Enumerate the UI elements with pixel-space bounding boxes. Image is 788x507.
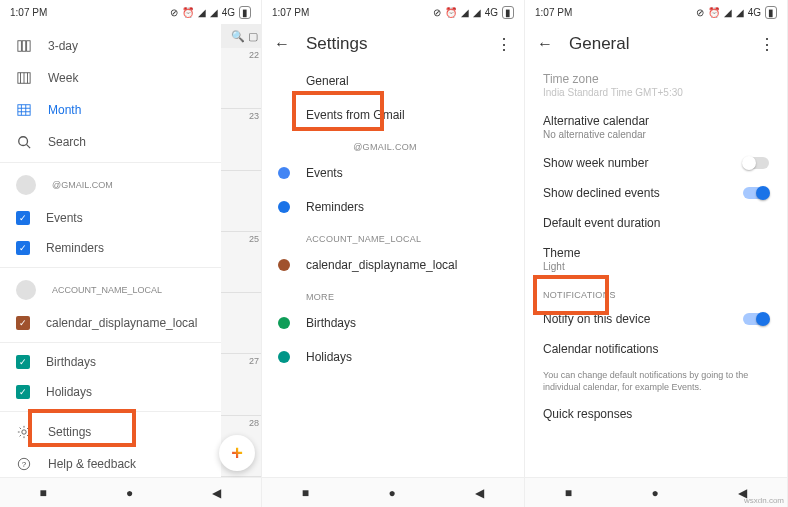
nav-back[interactable]: ◀ [475,486,484,500]
events-toggle[interactable]: ✓ Events [0,203,221,233]
nav-recent[interactable]: ■ [302,486,309,500]
settings-events-gmail[interactable]: Events from Gmail [262,98,524,132]
view-month-label: Month [48,103,81,117]
settings-general[interactable]: General [262,64,524,98]
section-local-header: ACCOUNT_NAME_LOCAL [262,224,524,248]
nav-home[interactable]: ● [652,486,659,500]
watermark: wsxdn.com [744,496,784,505]
settings-events[interactable]: Events [262,156,524,190]
cal-day[interactable] [221,171,261,232]
birthdays-label: Birthdays [306,316,356,330]
svg-rect-0 [18,41,22,52]
alarm-icon: ⏰ [445,7,457,18]
alarm-icon: ⏰ [708,7,720,18]
duration-label: Default event duration [543,216,769,230]
section-notifications: NOTIFICATIONS [525,280,787,304]
setting-week-number[interactable]: Show week number [525,148,787,178]
nav-home[interactable]: ● [126,486,133,500]
overflow-menu[interactable]: ⋮ [496,35,512,54]
calendar-strip: 🔍 ▢ 22 23 25 27 28 [221,24,261,477]
checkbox-icon: ✓ [16,355,30,369]
svg-point-12 [19,137,28,146]
nav-back[interactable]: ◀ [212,486,221,500]
dot-icon [278,201,290,213]
signal-icon: ◢ [724,7,732,18]
birthdays-toggle[interactable]: ✓ Birthdays [0,347,221,377]
altcal-value: No alternative calendar [543,129,769,140]
checkbox-icon: ✓ [16,211,30,225]
overflow-menu[interactable]: ⋮ [759,35,775,54]
nav-home[interactable]: ● [389,486,396,500]
setting-declined-events[interactable]: Show declined events [525,178,787,208]
setting-cal-notifications[interactable]: Calendar notifications [525,334,787,364]
toggle-off[interactable] [743,157,769,169]
avatar-icon [16,175,36,195]
holidays-toggle[interactable]: ✓ Holidays [0,377,221,407]
toggle-on[interactable] [743,313,769,325]
cal-local-toggle[interactable]: ✓ calendar_displayname_local [0,308,221,338]
cal-day[interactable] [221,293,261,354]
setting-quick-responses[interactable]: Quick responses [525,399,787,429]
setting-notify-device[interactable]: Notify on this device [525,304,787,334]
status-bar: 1:07 PM ⊘ ⏰ ◢ ◢ 4G ▮ [0,0,261,24]
signal-icon: ◢ [461,7,469,18]
search-mini-icon[interactable]: 🔍 [231,30,245,43]
help-row[interactable]: ? Help & feedback [0,448,221,477]
battery-icon: ▮ [765,6,777,19]
setting-duration[interactable]: Default event duration [525,208,787,238]
status-icons: ⊘ ⏰ ◢ ◢ 4G ▮ [170,6,251,19]
cal-day[interactable]: 23 [221,109,261,170]
account-row-2[interactable]: ACCOUNT_NAME_LOCAL [0,272,221,308]
back-button[interactable]: ← [274,35,290,53]
reminders-label: Reminders [46,241,104,255]
back-button[interactable]: ← [537,35,553,53]
account-local-label: ACCOUNT_NAME_LOCAL [52,285,162,295]
weeknum-label: Show week number [543,156,743,170]
nav-recent[interactable]: ■ [565,486,572,500]
cal-day[interactable]: 22 [221,48,261,109]
settings-holidays[interactable]: Holidays [262,340,524,374]
setting-alt-calendar[interactable]: Alternative calendar No alternative cale… [525,106,787,148]
view-3day[interactable]: 3-day [0,30,221,62]
signal-icon-2: ◢ [736,7,744,18]
android-nav-bar: ■ ● ◀ [0,477,261,507]
nav-recent[interactable]: ■ [40,486,47,500]
settings-row[interactable]: Settings [0,416,221,448]
general-content: Time zone India Standard Time GMT+5:30 A… [525,64,787,477]
3day-icon [16,38,32,54]
notify-device-label: Notify on this device [543,312,743,326]
month-icon [16,102,32,118]
search-row[interactable]: Search [0,126,221,158]
settings-cal-local[interactable]: calendar_displayname_local [262,248,524,282]
view-month[interactable]: Month [0,94,221,126]
settings-birthdays[interactable]: Birthdays [262,306,524,340]
dnd-icon: ⊘ [696,7,704,18]
setting-theme[interactable]: Theme Light [525,238,787,280]
reminders-toggle[interactable]: ✓ Reminders [0,233,221,263]
cal-day[interactable]: 27 [221,354,261,415]
dot-icon [278,351,290,363]
network-label: 4G [748,7,761,18]
today-mini-icon[interactable]: ▢ [248,30,258,43]
status-bar: 1:07 PM ⊘ ⏰ ◢ ◢ 4G ▮ [262,0,524,24]
fab-add[interactable]: + [219,435,255,471]
signal-icon: ◢ [198,7,206,18]
cal-day[interactable]: 25 [221,232,261,293]
holidays-label: Holidays [46,385,92,399]
svg-rect-1 [22,41,26,52]
view-week[interactable]: Week [0,62,221,94]
svg-text:?: ? [22,460,27,469]
timezone-value: India Standard Time GMT+5:30 [543,87,769,98]
dot-icon [278,317,290,329]
battery-icon: ▮ [239,6,251,19]
svg-rect-2 [27,41,31,52]
search-label: Search [48,135,86,149]
toggle-on[interactable] [743,187,769,199]
status-time: 1:07 PM [10,7,47,18]
dot-icon [278,167,290,179]
screen-calendar-drawer: 1:07 PM ⊘ ⏰ ◢ ◢ 4G ▮ 3-day Week Month Se… [0,0,262,507]
settings-reminders[interactable]: Reminders [262,190,524,224]
checkbox-icon: ✓ [16,385,30,399]
account-row-1[interactable]: @GMAIL.COM [0,167,221,203]
setting-timezone[interactable]: Time zone India Standard Time GMT+5:30 [525,64,787,106]
